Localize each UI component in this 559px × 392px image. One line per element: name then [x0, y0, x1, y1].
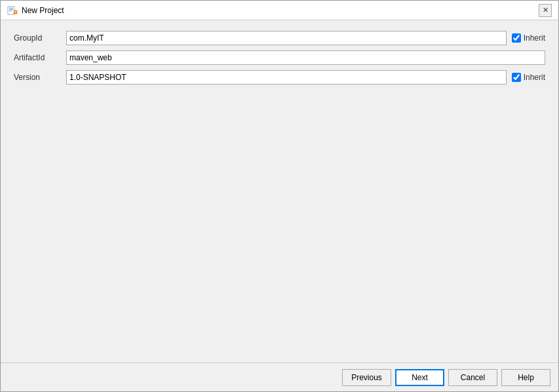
artifact-id-input[interactable] [66, 50, 545, 65]
next-button[interactable]: Next [395, 369, 444, 386]
svg-rect-2 [9, 9, 13, 10]
content-spacer [14, 90, 545, 352]
group-id-input-wrapper: Inherit [66, 31, 545, 45]
version-inherit-wrapper: Inherit [512, 73, 545, 82]
artifact-id-input-wrapper [66, 50, 545, 65]
artifact-id-label: ArtifactId [14, 53, 66, 62]
group-id-label: GroupId [14, 33, 66, 43]
group-id-inherit-wrapper: Inherit [512, 33, 545, 43]
svg-rect-8 [14, 12, 16, 12]
group-id-inherit-checkbox[interactable] [512, 33, 521, 43]
version-input[interactable] [66, 70, 507, 85]
version-row: Version Inherit [14, 70, 545, 85]
version-inherit-checkbox[interactable] [512, 73, 521, 82]
title-bar-left: New Project [7, 5, 64, 16]
footer: Previous Next Cancel Help [1, 363, 558, 391]
svg-rect-1 [9, 8, 13, 9]
dialog-title: New Project [22, 6, 64, 15]
artifact-id-row: ArtifactId [14, 50, 545, 65]
group-id-input[interactable] [66, 31, 507, 45]
dialog-new-project: New Project ✕ GroupId Inherit ArtifactId [0, 0, 559, 392]
svg-rect-3 [9, 10, 12, 11]
close-button[interactable]: ✕ [539, 4, 552, 17]
version-label: Version [14, 73, 66, 82]
help-button[interactable]: Help [501, 369, 550, 386]
group-id-row: GroupId Inherit [14, 31, 545, 45]
version-inherit-label: Inherit [524, 73, 545, 82]
group-id-inherit-label: Inherit [524, 33, 545, 43]
cancel-button[interactable]: Cancel [448, 369, 497, 386]
form-content: GroupId Inherit ArtifactId Version [1, 20, 558, 363]
title-bar: New Project ✕ [1, 1, 558, 20]
new-project-icon [7, 5, 18, 16]
previous-button[interactable]: Previous [342, 369, 391, 386]
version-input-wrapper: Inherit [66, 70, 545, 85]
